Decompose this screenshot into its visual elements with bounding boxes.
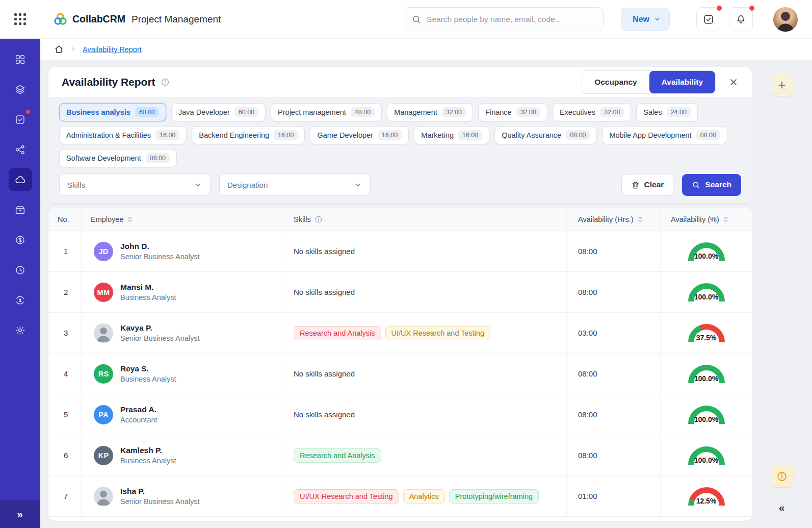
filter-chip[interactable]: Finance 32:00 (478, 103, 547, 121)
table-body: 1 JD John D. Senior Business Analyst No … (48, 231, 752, 517)
sidebar-item-cashbox[interactable] (9, 198, 32, 221)
toggle-availability[interactable]: Availability (649, 71, 715, 93)
row-number: 6 (48, 435, 81, 475)
add-widget-button[interactable] (771, 74, 793, 96)
employee-role: Business Analyst (120, 293, 176, 301)
percent-cell: 100.0% (660, 272, 752, 312)
person-photo-icon (94, 487, 113, 506)
new-button[interactable]: New (621, 8, 670, 31)
apps-menu-button[interactable] (0, 13, 40, 25)
close-icon[interactable] (728, 77, 739, 87)
sidebar-item-tasks[interactable] (9, 108, 32, 131)
row-number: 5 (48, 394, 81, 435)
breadcrumb-current[interactable]: Availability Report (83, 45, 142, 54)
employee-role: Accountant (120, 416, 158, 424)
filter-chip-label: Marketing (421, 131, 454, 139)
filter-chip[interactable]: Marketing 16:00 (414, 126, 489, 144)
filter-chip[interactable]: Business analysis 60:00 (59, 103, 166, 121)
availability-gauge: 37.5% (688, 324, 725, 342)
notifications-button[interactable] (729, 7, 753, 31)
cashbox-icon (15, 205, 25, 215)
sort-icon[interactable] (127, 216, 133, 223)
skills-select[interactable]: Skills (59, 173, 211, 196)
employee-name: Reya S. (120, 364, 176, 373)
skills-cell: No skills assigned (282, 354, 566, 394)
sidebar-expand-button[interactable]: » (0, 500, 40, 528)
employee-cell: JD John D. Senior Business Analyst (81, 231, 282, 271)
filter-chip-hours: 32:00 (516, 107, 540, 117)
sort-icon[interactable] (637, 216, 643, 223)
filter-chip-label: Software Development (66, 154, 141, 162)
skill-tag: Analytics (403, 489, 445, 504)
skills-cell: Research and AnalysisUI/UX Research and … (282, 313, 566, 353)
skill-tag: UI/UX Research and Testing (294, 489, 399, 504)
global-search[interactable] (404, 7, 604, 31)
table-header-row: No. Employee Skills Availability (Hrs.) (48, 208, 752, 231)
row-number: 7 (48, 476, 81, 516)
chevron-down-icon (354, 181, 362, 189)
filter-chip-hours: 60:00 (135, 107, 159, 117)
collapse-rail-button[interactable]: « (779, 501, 785, 514)
employee-role: Business Analyst (120, 375, 176, 383)
filter-chip[interactable]: Backend Engineering 16:00 (192, 126, 305, 144)
skill-tag: Research and Analysis (294, 326, 381, 340)
sidebar-item-history[interactable] (9, 258, 32, 282)
availability-hours: 08:00 (566, 272, 660, 312)
home-icon[interactable] (54, 44, 64, 54)
filter-chip[interactable]: Mobile App Development 08:00 (602, 126, 727, 144)
avatar (94, 487, 113, 506)
sidebar-item-billing[interactable] (9, 228, 32, 252)
filter-chip[interactable]: Sales 24:00 (636, 103, 698, 121)
help-info-button[interactable] (771, 465, 793, 487)
employee-cell: RS Reya S. Business Analyst (81, 354, 282, 394)
toggle-occupancy[interactable]: Occupancy (582, 71, 649, 93)
info-icon[interactable] (161, 78, 170, 87)
search-button[interactable]: Search (682, 174, 741, 196)
sidebar-item-settings[interactable] (9, 318, 32, 342)
sidebar-item-dashboard[interactable] (9, 47, 32, 71)
col-header-label: Employee (91, 215, 123, 223)
filter-chip[interactable]: Administration & Facilities 16:00 (59, 126, 187, 144)
filter-chip[interactable]: Game Developer 16:00 (310, 126, 409, 144)
availability-gauge: 100.0% (688, 446, 725, 464)
designation-select[interactable]: Designation (219, 173, 371, 196)
employee-role: Business Analyst (120, 457, 176, 465)
filter-chip-hours: 24:00 (667, 107, 691, 117)
availability-gauge: 100.0% (688, 242, 725, 260)
gauge-percent-label: 100.0% (694, 415, 718, 423)
chevron-right-icon (70, 46, 76, 53)
sidebar-item-exchange[interactable] (9, 288, 32, 312)
filter-chip[interactable]: Project management 48:00 (271, 103, 382, 121)
chevron-down-icon (653, 15, 661, 23)
availability-table: No. Employee Skills Availability (Hrs.) (48, 208, 752, 521)
filter-chip[interactable]: Executives 32:00 (553, 103, 631, 121)
user-avatar[interactable] (773, 7, 798, 32)
tasks-icon (15, 114, 25, 125)
search-input[interactable] (427, 15, 596, 24)
info-icon[interactable] (315, 215, 323, 223)
filter-chip[interactable]: Management 32:00 (387, 103, 473, 121)
no-skills-text: No skills assigned (294, 288, 355, 296)
sidebar-item-network[interactable] (9, 138, 32, 161)
filter-chip[interactable]: Software Development 08:00 (59, 149, 177, 167)
skills-cell: No skills assigned (282, 394, 566, 435)
row-number: 1 (48, 231, 81, 271)
check-square-icon (703, 14, 714, 25)
sidebar-item-cloud[interactable] (9, 168, 32, 191)
skills-cell: No skills assigned (282, 231, 566, 271)
filter-chip-hours: 16:00 (378, 130, 402, 140)
col-header-label: Availability (Hrs.) (578, 215, 634, 223)
clear-button[interactable]: Clear (621, 174, 674, 196)
availability-hours: 08:00 (566, 435, 660, 475)
apps-grid-icon (14, 13, 26, 25)
col-header-skills: Skills (282, 208, 566, 231)
table-row: 5 PA Prasad A. Accountant No skills assi… (48, 394, 752, 435)
brand[interactable]: CollabCRM Project Management (54, 12, 221, 26)
sidebar-item-layers[interactable] (9, 78, 32, 101)
filter-chip[interactable]: Quality Assurance 08:00 (494, 126, 597, 144)
filter-chip[interactable]: Java Developer 60:00 (171, 103, 266, 121)
tasks-button[interactable] (696, 7, 720, 31)
cloud-icon (15, 174, 25, 185)
no-skills-text: No skills assigned (294, 247, 355, 256)
sort-icon[interactable] (723, 216, 729, 223)
